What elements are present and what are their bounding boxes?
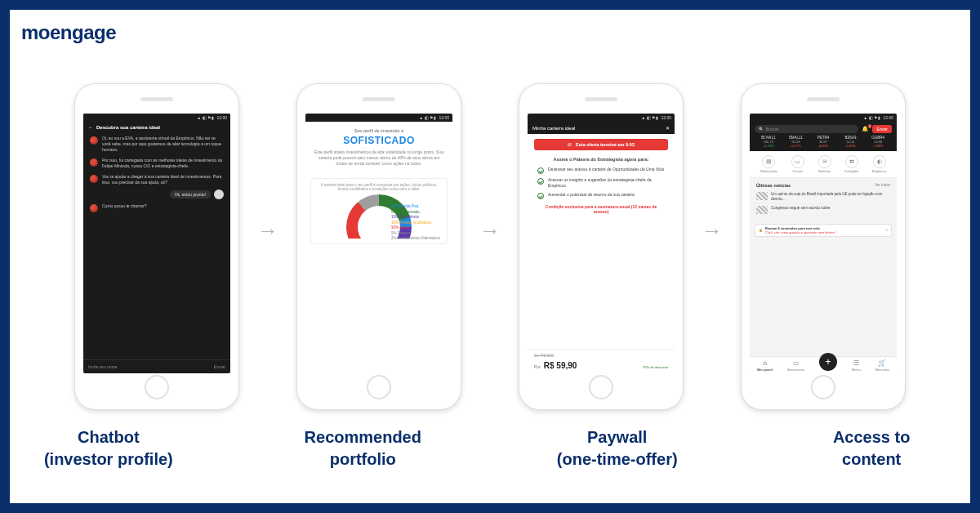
benefit-item: Aumentar o potencial de retorno da sua c… [528,190,675,201]
search-icon: 🔍 [759,127,764,132]
profile-name: SOFISTICADO [314,135,444,146]
tab-mine[interactable]: ☰Minha [852,359,861,372]
screen-chatbot: ▲ ◧ ⚑ ▮ 12:00 ← Descubra sua carteira id… [83,114,230,373]
send-button[interactable]: Enviar [214,364,225,369]
cart-icon: 🛒 [878,359,886,367]
publications-icon: ▤ [762,155,775,168]
screen-paywall: ▲ ◧ ⚑ ▮ 12:00 Minha carteira ideal ✕ ⏱ E… [528,114,675,373]
dismiss-icon[interactable]: ✕ [885,228,888,232]
price-row: De R$ 206 [528,349,675,361]
ticker[interactable]: GGBR420,90-2,86% [864,136,892,148]
rail-item[interactable]: ▭Cursos [791,155,804,173]
see-all-link[interactable]: Ver todas [875,183,890,188]
bot-avatar-icon [90,136,98,145]
paywall-subtitle: Assine o Palavra do Estrategista agora p… [528,155,675,165]
profile-description: Este perfil aceita investimentos de alta… [314,149,444,167]
ticker[interactable]: SMAL1150,28-0,27% [782,136,810,148]
countdown-banner: ⏱ Esta oferta termina em 9:53 [534,139,668,150]
check-icon [537,178,544,185]
paywall-title: Minha carteira ideal [532,126,575,131]
chart-legend: 20% Renda Fixa 5% Multimercado 10% Previ… [316,204,442,242]
old-price: De R$ 206 [534,353,554,358]
exclusive-condition: Condição exclusiva para a assinatura anu… [528,201,675,216]
flow-arrow-icon: → [702,218,723,243]
bell-icon[interactable]: 🔔2 [862,126,869,132]
home-icon: ⌂ [763,359,767,367]
news-icon: ✉ [818,155,831,168]
courses-icon: ▭ [791,155,804,168]
bot-message: Como posso te chamar? [83,201,230,215]
tab-subscriptions[interactable]: ▭Assinaturas [787,359,804,372]
chatbot-title: Descubra sua carteira ideal [96,125,160,130]
ticker-bar: BOVA11105,73+2,74% SMAL1150,28-0,27% PET… [755,136,892,148]
phone-portfolio: ▲ ◧ ⚑ ▮ 12:00 Seu perfil de investidor é… [296,83,461,410]
phone-flow-row: ▲ ◧ ⚑ ▮ 12:00 ← Descubra sua carteira id… [10,83,970,410]
phone-chatbot: ▲ ◧ ⚑ ▮ 12:00 ← Descubra sua carteira id… [74,83,239,410]
tab-markets[interactable]: 🛒Mercados [875,359,889,372]
news-thumb [756,192,768,200]
screen-portfolio: ▲ ◧ ⚑ ▮ 12:00 Seu perfil de investidor é… [305,114,452,373]
news-thumb [756,206,768,214]
price-row: Por R$ 59,90 70% de desconto [528,361,675,373]
phone-content: ▲ ◧ ⚑ ▮ 12:00 🔍 Buscar 🔔2 Entrar BOVA111… [741,83,906,410]
portfolio-card: A carteira ideal para o seu perfil é com… [310,178,448,244]
chatbot-header: ← Descubra sua carteira ideal [83,122,230,133]
lock-icon: 🔒 [759,228,763,232]
bot-avatar-icon [90,158,98,167]
caption-chatbot: Chatbot(investor profile) [10,426,207,471]
discount-badge: 70% de desconto [643,365,668,369]
user-reply-text: Ok, estou pronto! [170,190,211,199]
rail-item[interactable]: ✉Notícias [818,155,831,173]
check-icon [537,193,544,199]
login-button[interactable]: Entrar [872,125,892,133]
bookmark-icon: ☰ [853,359,859,367]
screen-content: ▲ ◧ ⚑ ▮ 12:00 🔍 Buscar 🔔2 Entrar BOVA111… [750,114,897,373]
clock-icon: ⏱ [568,142,572,147]
brand-icon: ◐ [873,155,886,168]
status-bar: ▲ ◧ ⚑ ▮ 12:00 [750,114,897,122]
rail-item[interactable]: ◐Empiricus [872,155,887,173]
flow-arrow-icon: → [479,218,501,243]
benefit-item: Destravar seu acesso à carteira de Oport… [528,165,675,176]
check-icon [537,167,544,174]
bot-message: Por isso, fui carregada com as melhores … [83,155,230,172]
fab-add-button[interactable]: + [819,353,837,371]
quota-toast[interactable]: 🔒 Restam 5 conteúdos para este mês Click… [755,224,892,237]
bot-message: Oi, eu sou a EVA, a assistente virtual d… [83,133,230,155]
ticker[interactable]: B3SA352,14-0,05% [837,136,865,148]
chat-input[interactable]: Insira seu nome [88,364,118,369]
bot-message: Vou te ajudar a chegar à sua carteira id… [83,172,230,188]
status-bar: ▲ ◧ ⚑ ▮ 12:00 [305,114,452,122]
caption-paywall: Paywall(one-time-offer) [519,426,716,471]
news-item[interactable]: Congresso segue sem acordo sobre [756,204,890,216]
price-value: R$ 59,90 [544,361,577,370]
user-reply: Ok, estou pronto! [163,188,230,201]
quotes-icon: ⇄ [845,155,858,168]
profile-prelabel: Seu perfil de investidor é [314,128,444,133]
news-section: Últimas notícias Ver todas Um quinto da … [750,178,897,221]
folder-icon: ▭ [793,359,800,367]
ticker[interactable]: BOVA11105,73+2,74% [755,136,782,148]
flow-arrow-icon: → [257,218,278,243]
benefit-item: Acessar os insights e sugestões do estra… [528,176,675,190]
rail-item[interactable]: ▤Publicações [760,155,777,173]
tab-home[interactable]: ⌂Meu painel [757,359,773,372]
status-bar: ▲ ◧ ⚑ ▮ 12:00 [528,114,675,122]
back-icon[interactable]: ← [88,125,93,130]
bottom-tabbar: ⌂Meu painel ▭Assinaturas + ☰Minha 🛒Merca… [750,356,897,373]
phone-paywall: ▲ ◧ ⚑ ▮ 12:00 Minha carteira ideal ✕ ⏱ E… [519,83,684,410]
news-heading: Últimas notícias [756,183,791,188]
bot-avatar-icon [90,175,98,183]
ticker[interactable]: PETR430,97-3,00% [809,136,837,148]
brand-logo: moengage [21,21,116,44]
close-icon[interactable]: ✕ [666,125,670,131]
diagram-frame: moengage ▲ ◧ ⚑ ▮ 12:00 ← Descubra sua ca… [0,0,980,513]
content-topbar: 🔍 Buscar 🔔2 Entrar BOVA11105,73+2,74% SM… [750,122,897,151]
user-avatar-icon [214,190,224,199]
news-item[interactable]: Um quinto da soja do Brasil importada pe… [756,190,890,204]
search-input[interactable]: 🔍 Buscar [755,125,858,133]
rail-item[interactable]: ⇄Cotações [844,155,858,173]
captions-row: Chatbot(investor profile) Recommendedpor… [10,426,970,471]
chat-input-row: Insira seu nome Enviar [83,359,230,373]
status-bar: ▲ ◧ ⚑ ▮ 12:00 [83,114,230,122]
